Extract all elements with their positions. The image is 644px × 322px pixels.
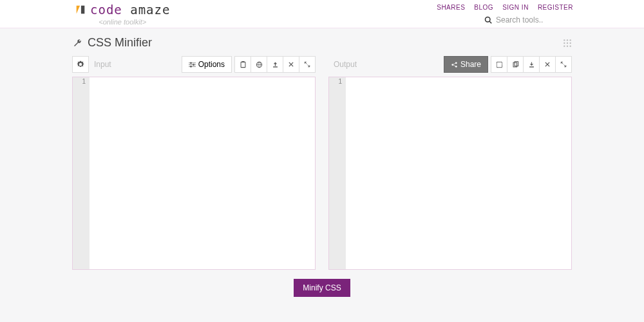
page-title: CSS Minifier [88, 36, 152, 50]
download-icon [528, 61, 535, 68]
svg-rect-31 [529, 66, 534, 67]
svg-line-1 [489, 21, 491, 23]
input-placeholder: Input [89, 60, 179, 69]
input-gutter: 1 [73, 77, 90, 269]
input-expand-button[interactable] [299, 56, 316, 73]
wrench-icon [72, 38, 82, 48]
select-all-button[interactable] [491, 56, 507, 73]
upload-button[interactable] [267, 56, 283, 73]
svg-point-0 [486, 17, 491, 23]
output-code-area [346, 77, 571, 269]
output-editor: 1 [328, 77, 572, 270]
output-clear-button[interactable] [539, 56, 556, 73]
svg-point-24 [451, 64, 453, 66]
close-icon [288, 61, 294, 68]
svg-line-26 [453, 63, 455, 64]
download-button[interactable] [523, 56, 540, 73]
svg-point-3 [567, 39, 568, 41]
svg-point-25 [455, 65, 457, 67]
svg-point-2 [564, 39, 565, 41]
input-code-area[interactable] [90, 77, 315, 269]
copy-icon [512, 61, 519, 68]
upload-icon [272, 61, 279, 68]
search-input[interactable] [496, 15, 573, 24]
panels: Input Options [72, 56, 572, 270]
globe-icon [256, 61, 263, 68]
nav-signin[interactable]: SIGN IN [502, 4, 529, 11]
nav-register[interactable]: REGISTER [538, 4, 573, 11]
svg-point-8 [564, 45, 565, 46]
clipboard-icon [240, 61, 247, 68]
svg-rect-22 [273, 66, 278, 67]
logo-mark-icon [75, 4, 86, 15]
nav-shares[interactable]: SHARES [437, 4, 465, 11]
output-expand-button[interactable] [555, 56, 572, 73]
input-settings-button[interactable] [72, 56, 89, 73]
input-editor[interactable]: 1 [72, 77, 316, 270]
svg-point-10 [570, 45, 571, 46]
output-gutter: 1 [329, 77, 346, 269]
svg-rect-18 [242, 61, 244, 62]
svg-point-9 [567, 45, 568, 46]
svg-point-23 [455, 62, 457, 64]
svg-rect-17 [241, 62, 245, 67]
title-row: CSS Minifier [72, 36, 572, 50]
input-clear-button[interactable] [283, 56, 299, 73]
nav-links: SHARES BLOG SIGN IN REGISTER [437, 4, 573, 11]
main-container: CSS Minifier Input [72, 28, 572, 297]
share-button[interactable]: Share [444, 56, 488, 73]
expand-icon [560, 61, 567, 68]
svg-point-5 [564, 42, 565, 43]
logo-tagline: <online toolkit> [75, 18, 170, 26]
select-all-icon [496, 61, 503, 68]
output-toolbar: Output Share [328, 56, 572, 73]
output-placeholder: Output [328, 60, 441, 69]
minify-button[interactable]: Minify CSS [294, 279, 350, 297]
output-panel: Output Share [328, 56, 572, 270]
output-btn-group [491, 56, 572, 73]
logo-text: code amaze [90, 3, 170, 17]
expand-icon [304, 61, 310, 68]
svg-rect-28 [497, 62, 502, 67]
search-icon [484, 16, 492, 24]
logo[interactable]: code amaze <online toolkit> [75, 3, 170, 26]
paste-button[interactable] [234, 56, 251, 73]
share-icon [451, 61, 458, 68]
options-button[interactable]: Options [182, 56, 232, 73]
search[interactable] [484, 15, 573, 24]
sliders-icon [189, 61, 196, 68]
svg-line-27 [453, 65, 455, 66]
nav-blog[interactable]: BLOG [474, 4, 493, 11]
svg-point-4 [570, 39, 571, 41]
action-row: Minify CSS [72, 279, 572, 297]
grid-dots-icon[interactable] [563, 39, 572, 48]
gear-icon [77, 61, 84, 68]
svg-point-6 [567, 42, 568, 43]
svg-point-7 [570, 42, 571, 43]
input-toolbar: Input Options [72, 56, 316, 73]
close-icon [544, 61, 551, 68]
load-url-button[interactable] [251, 56, 267, 73]
input-btn-group [234, 56, 316, 73]
copy-button[interactable] [507, 56, 524, 73]
input-panel: Input Options [72, 56, 316, 270]
